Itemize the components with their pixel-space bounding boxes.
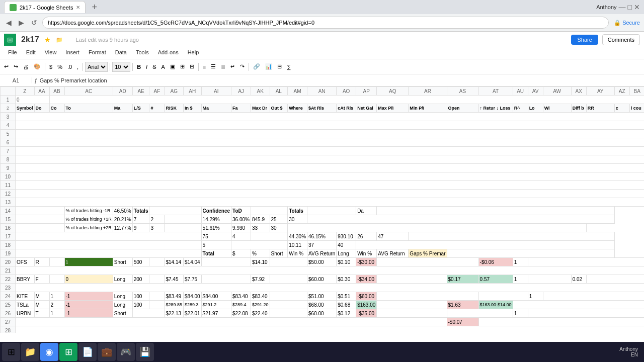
folder-icon[interactable]: 📁	[56, 37, 63, 43]
taskbar-btn-6[interactable]: 💾	[136, 343, 154, 361]
taskbar-btn-3[interactable]: 📄	[78, 343, 97, 361]
close-btn[interactable]: ✕	[634, 3, 640, 11]
refresh-btn[interactable]: ↺	[29, 18, 39, 28]
cell-reference[interactable]: A1	[2, 77, 32, 83]
menu-insert[interactable]: Insert	[61, 48, 84, 56]
col-ac[interactable]: AC	[64, 87, 113, 96]
cell-z1[interactable]: 0	[16, 96, 50, 104]
paint-btn[interactable]: 🎨	[32, 62, 43, 71]
menu-tools[interactable]: Tools	[132, 48, 153, 56]
col-z[interactable]: Z	[16, 87, 35, 96]
col-aa[interactable]: AA	[34, 87, 49, 96]
loss-20[interactable]: -$0.06	[478, 258, 513, 266]
comments-btn[interactable]: Comments	[602, 34, 640, 45]
col-au[interactable]: AU	[513, 87, 528, 96]
file-explorer-btn[interactable]: 📁	[21, 343, 39, 361]
menu-edit[interactable]: Edit	[22, 48, 40, 56]
percent-btn[interactable]: %	[55, 63, 64, 71]
font-select[interactable]: Arial	[85, 62, 108, 72]
col-ab[interactable]: AB	[49, 87, 64, 96]
address-bar[interactable]	[42, 17, 609, 29]
col-ag[interactable]: AG	[165, 87, 184, 96]
col-at[interactable]: AT	[478, 87, 513, 96]
undo-btn[interactable]: ↩	[2, 62, 11, 71]
col-ay[interactable]: AY	[586, 87, 614, 96]
col-as[interactable]: AS	[447, 87, 478, 96]
decimal-btn[interactable]: .0	[65, 63, 74, 71]
share-btn[interactable]: Share	[571, 35, 598, 45]
cells-4[interactable]	[16, 121, 645, 130]
menu-addons[interactable]: Add-ons	[154, 48, 183, 56]
col-ad[interactable]: AD	[113, 87, 132, 96]
col-ar[interactable]: AR	[409, 87, 447, 96]
col-ae[interactable]: AE	[132, 87, 149, 96]
taskbar-btn-4[interactable]: 💼	[98, 343, 116, 361]
col-ap[interactable]: AP	[356, 87, 377, 96]
function-btn[interactable]: ∑	[285, 63, 293, 71]
strikethrough-btn[interactable]: S	[150, 63, 158, 71]
comma-btn[interactable]: ,	[75, 63, 80, 71]
doc-title[interactable]: 2k17	[21, 35, 39, 44]
cells-5[interactable]	[16, 130, 645, 138]
col-al[interactable]: AL	[270, 87, 288, 96]
col-ai[interactable]: AI	[201, 87, 231, 96]
clock: Anthony EN	[615, 346, 642, 357]
menu-help[interactable]: Help	[184, 48, 203, 56]
new-tab-btn[interactable]: +	[92, 2, 97, 13]
fillcolor-btn[interactable]: ▣	[168, 62, 177, 71]
start-btn[interactable]: ⊞	[2, 343, 20, 361]
taskbar-btn-5[interactable]: 🎮	[117, 343, 135, 361]
borders-btn[interactable]: ⊞	[178, 62, 187, 71]
col-am[interactable]: AM	[288, 87, 307, 96]
sym-20[interactable]: OFS	[16, 258, 35, 266]
chrome-btn[interactable]: ◉	[40, 343, 58, 361]
align-right[interactable]: ≣	[219, 62, 227, 71]
maximize-btn[interactable]: □	[628, 3, 632, 11]
forward-btn[interactable]: ▶	[17, 18, 26, 28]
back-btn[interactable]: ◀	[4, 18, 14, 28]
merge-btn[interactable]: ⊟	[188, 62, 196, 71]
col-aj[interactable]: AJ	[231, 87, 251, 96]
menu-format[interactable]: Format	[85, 48, 110, 56]
formula-content[interactable]: Gaps % Premarket location	[40, 77, 107, 83]
italic-btn[interactable]: I	[144, 63, 149, 71]
fontcolor-btn[interactable]: A	[159, 63, 167, 71]
bold-btn[interactable]: B	[135, 63, 143, 71]
cell-empty-1[interactable]	[49, 96, 644, 104]
col-aw[interactable]: AW	[543, 87, 571, 96]
menu-file[interactable]: File	[4, 48, 21, 56]
col-ah[interactable]: AH	[184, 87, 202, 96]
align-left[interactable]: ≡	[201, 63, 208, 71]
star-icon[interactable]: ★	[44, 36, 51, 44]
wrap-btn[interactable]: ↵	[228, 62, 237, 71]
do-22[interactable]: F	[34, 275, 49, 284]
col-an[interactable]: AN	[307, 87, 337, 96]
sheets-taskbar-btn[interactable]: ⊞	[59, 343, 77, 361]
tab-close-btn[interactable]: ✕	[76, 5, 80, 10]
col-af[interactable]: AF	[149, 87, 165, 96]
currency-btn[interactable]: $	[47, 63, 54, 71]
redo-btn[interactable]: ↪	[12, 62, 20, 71]
col-az[interactable]: AZ	[614, 87, 629, 96]
link-btn[interactable]: 🔗	[251, 62, 262, 71]
col-av[interactable]: AV	[528, 87, 543, 96]
menu-view[interactable]: View	[41, 48, 61, 56]
col-ak[interactable]: AK	[251, 87, 270, 96]
do-20[interactable]: R	[34, 258, 49, 266]
fontsize-select[interactable]: 10	[112, 62, 130, 72]
col-ax[interactable]: AX	[571, 87, 586, 96]
chart-btn[interactable]: 📊	[263, 62, 274, 71]
col-aq[interactable]: AQ	[377, 87, 409, 96]
spreadsheet-area[interactable]: Z AA AB AC AD AE AF AG AH AI AJ AK AL AM…	[0, 86, 644, 333]
sym-22[interactable]: BBRY	[16, 275, 35, 284]
cells-3[interactable]	[16, 113, 645, 121]
col-ao[interactable]: AO	[337, 87, 356, 96]
filter-btn[interactable]: ⊟	[275, 62, 284, 71]
align-center[interactable]: ☰	[209, 62, 218, 71]
minimize-btn[interactable]: —	[619, 3, 626, 11]
menu-data[interactable]: Data	[111, 48, 131, 56]
rotate-btn[interactable]: ↷	[238, 62, 247, 71]
col-ba[interactable]: BA	[629, 87, 644, 96]
active-tab[interactable]: 2k17 - Google Sheets ✕	[4, 1, 86, 13]
print-btn[interactable]: 🖨	[21, 63, 31, 71]
